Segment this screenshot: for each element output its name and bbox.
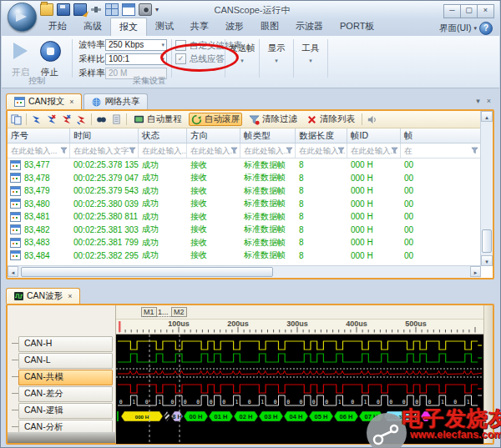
column-header-time[interactable]: 时间 — [70, 128, 139, 143]
filter-input-data[interactable]: 在 — [404, 146, 412, 155]
clear-filter-button[interactable]: 清除过滤 — [246, 113, 300, 126]
filter-funnel-icon[interactable] — [129, 147, 136, 154]
channel-CAN-共模[interactable]: CAN-共模 — [18, 370, 113, 385]
scroll-right-icon[interactable]: ▸ — [470, 266, 481, 277]
filter-funnel-icon[interactable] — [230, 147, 238, 154]
stop-capture-button[interactable] — [40, 41, 61, 62]
filter-funnel-icon[interactable] — [60, 147, 68, 154]
vertical-scroll-thumb[interactable] — [482, 229, 492, 253]
rx-stop-icon[interactable] — [61, 114, 72, 125]
auto-scroll-button[interactable]: 自动滚屏 — [189, 113, 242, 126]
table-row[interactable]: 83,48000:02:25.380 039成功接收标准数据帧8000 H00 — [8, 198, 493, 211]
find-icon[interactable] — [96, 114, 107, 125]
ui-menu-button[interactable]: 界面(UI) — [439, 23, 472, 34]
channel-CAN-H[interactable]: CAN-H — [18, 336, 113, 352]
custom-baud-checkbox[interactable] — [175, 40, 186, 51]
column-header-dlc[interactable]: 数据长度 — [296, 128, 347, 143]
table-row[interactable]: 83,48100:02:25.380 811成功接收标准数据帧8000 H00 — [8, 210, 493, 224]
column-header-status[interactable]: 状态 — [139, 128, 187, 143]
tools-button[interactable]: 工具▾ — [296, 43, 326, 64]
screenshot-icon[interactable] — [139, 3, 152, 16]
table-row[interactable]: 83,47900:02:25.379 543成功接收标准数据帧8000 H00 — [8, 184, 493, 198]
baud-rate-combo[interactable]: 250 Kbps▾ — [105, 39, 167, 51]
app-menu-button[interactable] — [8, 3, 37, 32]
save-icon[interactable] — [57, 3, 70, 16]
filter-input-frame_type[interactable]: 在此处输入... — [244, 146, 290, 155]
table-row[interactable]: 83,47800:02:25.379 047成功接收标准数据帧8000 H00 — [8, 172, 493, 185]
column-header-frame_type[interactable]: 帧类型 — [240, 128, 296, 143]
rx-frame-icon[interactable] — [76, 114, 87, 125]
svg-text:1: 1 — [158, 399, 161, 405]
packet-tab-close-icon[interactable]: × — [69, 98, 73, 106]
column-header-frame_id[interactable]: 帧ID — [347, 128, 401, 143]
send-frame-button[interactable]: 发送帧▾ — [227, 43, 257, 64]
tab-network-share[interactable]: 网络共享 — [84, 93, 148, 109]
packet-vertical-scrollbar[interactable]: ▴ ▾ — [480, 111, 493, 266]
ribbon-tab-8[interactable]: 示波器 — [287, 18, 331, 36]
sound-icon[interactable] — [367, 114, 377, 125]
column-header-data[interactable]: 帧 — [401, 128, 481, 143]
table-row[interactable]: 83,48400:02:25.382 295成功接收标准数据帧8000 H00 — [8, 249, 493, 263]
filter-funnel-icon[interactable] — [391, 147, 398, 154]
window-layout-icon[interactable] — [122, 3, 135, 16]
restore-button[interactable]: ▢ — [460, 4, 478, 18]
ribbon-tab-7[interactable]: 眼图 — [252, 18, 287, 36]
column-settings-icon[interactable] — [111, 114, 122, 125]
ribbon-tab-3[interactable]: 报文 — [110, 18, 147, 36]
save-as-icon[interactable] — [73, 3, 87, 16]
filter-funnel-icon[interactable] — [337, 147, 345, 154]
horizontal-scroll-thumb[interactable] — [21, 267, 273, 277]
help-icon[interactable]: ? — [479, 22, 493, 35]
svg-text:0: 0 — [415, 399, 418, 405]
filter-input-seq[interactable]: 在此处输入... — [11, 146, 57, 155]
ribbon-tab-6[interactable]: 波形 — [217, 18, 252, 36]
table-row[interactable]: 83,47700:02:25.378 135成功接收标准数据帧8000 H00 — [8, 159, 493, 172]
scroll-up-icon[interactable]: ▴ — [481, 111, 493, 122]
svg-text:1: 1 — [338, 399, 342, 405]
table-row[interactable]: 83,48300:02:25.381 799成功接收标准数据帧8000 H00 — [8, 236, 493, 249]
bus-ack-checkbox[interactable]: ✓ — [175, 53, 186, 64]
panel-menu-caret-icon[interactable]: ▾ — [476, 97, 480, 105]
cell-frame_type: 标准数据帧 — [240, 185, 296, 197]
channel-CAN-L[interactable]: CAN-L — [18, 353, 113, 369]
ribbon-tab-1[interactable]: 开始 — [40, 18, 75, 36]
column-header-direction[interactable]: 方向 — [187, 128, 240, 143]
qat-dropdown-icon[interactable]: ▾ — [155, 6, 159, 13]
tx-stop-icon[interactable] — [46, 114, 57, 125]
ribbon-tab-4[interactable]: 测试 — [147, 18, 182, 36]
minimize-button[interactable]: ─ — [443, 4, 461, 18]
column-header-seq[interactable]: 序号 — [8, 128, 70, 143]
panel-close-icon[interactable]: × — [487, 97, 491, 105]
ribbon-tab-5[interactable]: 共享 — [182, 18, 217, 36]
scroll-left-icon[interactable]: ◂ — [8, 266, 18, 277]
filter-funnel-icon[interactable] — [286, 147, 293, 154]
display-button[interactable]: 显示▾ — [261, 43, 291, 64]
wave-vertical-scrollbar[interactable] — [483, 305, 493, 443]
sample-ratio-combo[interactable]: 100:1▾ — [105, 53, 167, 65]
table-row[interactable]: 83,48200:02:25.381 303成功接收标准数据帧8000 H00 — [8, 224, 493, 237]
tile-windows-icon[interactable] — [105, 3, 119, 16]
scroll-down-icon[interactable]: ▾ — [481, 255, 493, 266]
filter-funnel-icon[interactable] — [471, 147, 478, 154]
tab-can-packet[interactable]: CAN报文 × — [6, 93, 82, 109]
wave-tab-close-icon[interactable]: × — [68, 292, 72, 300]
start-capture-button[interactable] — [13, 43, 28, 59]
tx-frame-icon[interactable] — [31, 114, 42, 125]
open-file-icon[interactable] — [40, 3, 53, 16]
copy-icon[interactable] — [11, 114, 22, 125]
auto-range-button[interactable]: 自动量程 — [131, 113, 185, 126]
close-button[interactable]: × — [477, 4, 494, 18]
channel-CAN-差分[interactable]: CAN-差分 — [18, 386, 113, 402]
connect-device-icon[interactable] — [90, 4, 102, 15]
svg-text:0: 0 — [389, 399, 392, 405]
ribbon-tab-9[interactable]: PORT板 — [331, 18, 382, 36]
clear-list-button[interactable]: 清除列表 — [304, 113, 357, 126]
application-window: ▾ CANScope-运行中 ─ ▢ × 开始高级报文测试共享波形眼图示波器PO… — [0, 0, 501, 448]
channel-CAN-逻辑[interactable]: CAN-逻辑 — [18, 403, 113, 419]
filter-input-status[interactable]: 在此处输入... — [142, 146, 187, 155]
tab-can-wave[interactable]: CAN波形 × — [6, 288, 80, 304]
filter-input-time[interactable]: 在此处输入文字 — [73, 146, 129, 155]
ribbon-tab-2[interactable]: 高级 — [75, 18, 110, 36]
packet-horizontal-scrollbar[interactable]: ◂ ▸ — [8, 265, 481, 278]
tools-caret-icon: ▾ — [296, 58, 326, 64]
